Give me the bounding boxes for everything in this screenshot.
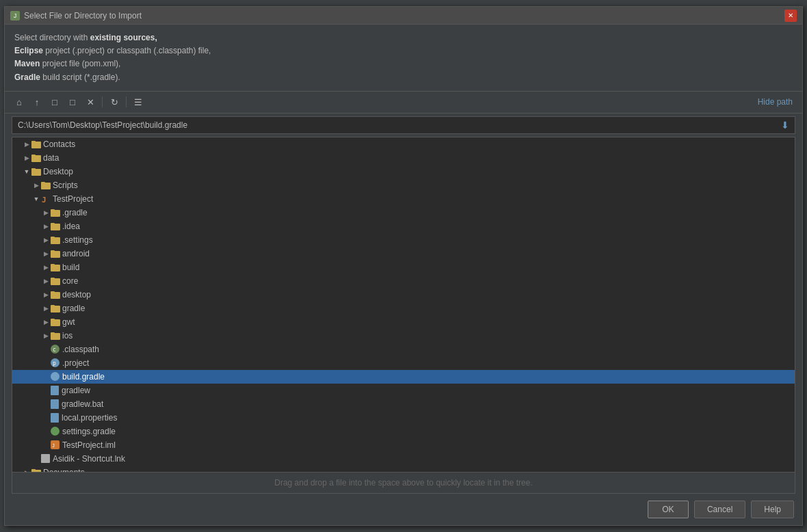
- svg-rect-16: [51, 250, 55, 252]
- tree-item-gwt[interactable]: ▶ gwt: [12, 315, 795, 329]
- folder-icon-scripts: [41, 181, 51, 190]
- up-button[interactable]: ↑: [29, 94, 44, 109]
- folder-icon-core: [51, 276, 60, 286]
- cancel-button[interactable]: Cancel: [694, 501, 745, 518]
- tree-item-project-file[interactable]: ▶ p .project: [12, 356, 795, 370]
- home-button[interactable]: ⌂: [12, 94, 27, 109]
- label-classpath: .classpath: [62, 345, 99, 354]
- close-x-button[interactable]: ✕: [83, 94, 98, 109]
- folder-icon-build: [51, 263, 60, 272]
- svg-rect-36: [51, 413, 59, 423]
- tree-item-desktop-sub[interactable]: ▶ desktop: [12, 288, 795, 302]
- gradlewbat-icon: [51, 399, 59, 409]
- new-folder-button[interactable]: □: [47, 94, 62, 109]
- svg-rect-10: [51, 209, 55, 211]
- svg-text:J: J: [52, 443, 55, 449]
- arrow-core: ▶: [41, 276, 51, 286]
- toolbar: ⌂ ↑ □ □ ✕ ↻ ☰ Hide path: [5, 92, 802, 114]
- label-desktop: Desktop: [43, 167, 73, 176]
- svg-rect-26: [51, 319, 55, 321]
- tree-item-contacts[interactable]: ▶ Contacts: [12, 137, 795, 151]
- label-testproject: TestProject: [53, 194, 93, 204]
- folder-icon-contacts: [31, 139, 41, 149]
- svg-rect-40: [41, 454, 50, 463]
- tree-item-ios[interactable]: ▶ ios: [12, 329, 795, 343]
- tree-item-gradle[interactable]: ▶ gradle: [12, 302, 795, 315]
- ok-button[interactable]: OK: [648, 501, 689, 518]
- arrow-dotidea: ▶: [41, 222, 51, 231]
- svg-rect-24: [51, 305, 55, 307]
- tree-item-settingsgradle[interactable]: ▶ settings.gradle: [12, 425, 795, 438]
- arrow-android: ▶: [41, 249, 51, 258]
- tree-item-core[interactable]: ▶ core: [12, 274, 795, 288]
- delete-button[interactable]: □: [65, 94, 80, 109]
- svg-rect-20: [51, 278, 55, 280]
- folder-icon-gwt: [51, 317, 60, 327]
- label-build: build: [62, 263, 79, 272]
- label-scripts: Scripts: [53, 181, 78, 190]
- lnk-icon: [41, 454, 50, 463]
- label-gwt: gwt: [62, 317, 75, 327]
- localprops-icon: [51, 413, 59, 423]
- tree-item-build[interactable]: ▶ build: [12, 261, 795, 274]
- folder-icon-dotidea: [51, 222, 60, 231]
- tree-item-data[interactable]: ▶ data: [12, 151, 795, 165]
- label-documents: Documents: [43, 468, 85, 473]
- tree-item-testproject[interactable]: ▼ J TestProject: [12, 192, 795, 206]
- dialog-title: Select File or Directory to Import: [24, 11, 142, 21]
- label-project-file: .project: [62, 358, 89, 368]
- description-area: Select directory with existing sources, …: [5, 25, 802, 92]
- svg-rect-34: [51, 386, 59, 395]
- svg-rect-22: [51, 291, 55, 293]
- title-bar: J Select File or Directory to Import ✕: [5, 7, 802, 25]
- folder-icon-data: [31, 153, 41, 163]
- label-dotidea: .idea: [62, 222, 80, 231]
- project-icon-testproject: J: [41, 194, 51, 204]
- tree-item-desktop[interactable]: ▼ Desktop: [12, 165, 795, 178]
- tree-item-dotgradle[interactable]: ▶ .gradle: [12, 206, 795, 220]
- arrow-dotgradle: ▶: [41, 208, 51, 217]
- classpath-icon: c: [51, 345, 59, 354]
- label-buildgradle: build.gradle: [62, 372, 105, 382]
- folder-icon-ios: [51, 331, 60, 341]
- svg-rect-5: [31, 168, 36, 170]
- tree-item-classpath[interactable]: ▶ c .classpath: [12, 343, 795, 356]
- tree-item-localprops[interactable]: ▶ local.properties: [12, 411, 795, 425]
- file-tree[interactable]: ▶ Contacts ▶ data ▼ Desktop ▶ Scripts ▼ …: [12, 137, 795, 473]
- arrow-desktop-sub: ▶: [41, 290, 51, 300]
- help-button[interactable]: Help: [751, 501, 794, 518]
- label-gradle: gradle: [62, 304, 85, 313]
- tree-item-android[interactable]: ▶ android: [12, 247, 795, 261]
- svg-text:J: J: [42, 196, 47, 204]
- tree-item-asidik[interactable]: ▶ Asidik - Shortcut.lnk: [12, 452, 795, 466]
- close-button[interactable]: ✕: [784, 10, 797, 22]
- svg-rect-35: [51, 399, 59, 409]
- arrow-desktop: ▼: [22, 167, 31, 176]
- tree-item-gradlewbat[interactable]: ▶ gradlew.bat: [12, 397, 795, 411]
- path-text: C:\Users\Tom\Desktop\TestProject\build.g…: [18, 120, 781, 130]
- label-testprojectiml: TestProject.iml: [62, 440, 116, 450]
- tree-item-dotidea[interactable]: ▶ .idea: [12, 220, 795, 233]
- list-view-button[interactable]: ☰: [131, 94, 146, 109]
- project-file-icon: p: [51, 358, 59, 367]
- path-bar: C:\Users\Tom\Desktop\TestProject\build.g…: [12, 116, 795, 134]
- hide-path-button[interactable]: Hide path: [755, 97, 795, 107]
- drag-hint: Drag and drop a file into the space abov…: [12, 473, 795, 494]
- tree-item-buildgradle[interactable]: ▶ build.gradle: [12, 370, 795, 384]
- tree-item-scripts[interactable]: ▶ Scripts: [12, 178, 795, 192]
- arrow-dotsettings: ▶: [41, 235, 51, 245]
- tree-item-testprojectiml[interactable]: ▶ J TestProject.iml: [12, 438, 795, 452]
- svg-rect-42: [31, 469, 36, 471]
- arrow-gwt: ▶: [41, 317, 51, 327]
- svg-rect-3: [31, 155, 36, 157]
- tree-item-dotsettings[interactable]: ▶ .settings: [12, 233, 795, 247]
- svg-rect-7: [41, 182, 45, 184]
- tree-item-gradlew[interactable]: ▶ gradlew: [12, 384, 795, 397]
- folder-icon-dotgradle: [51, 208, 60, 217]
- path-dropdown-icon[interactable]: ⬇: [781, 120, 789, 131]
- folder-icon-desktop-sub: [51, 290, 60, 300]
- refresh-button[interactable]: ↻: [107, 94, 122, 109]
- label-gradlewbat: gradlew.bat: [62, 399, 103, 409]
- label-contacts: Contacts: [43, 139, 75, 149]
- tree-item-documents[interactable]: ▶ Documents: [12, 466, 795, 473]
